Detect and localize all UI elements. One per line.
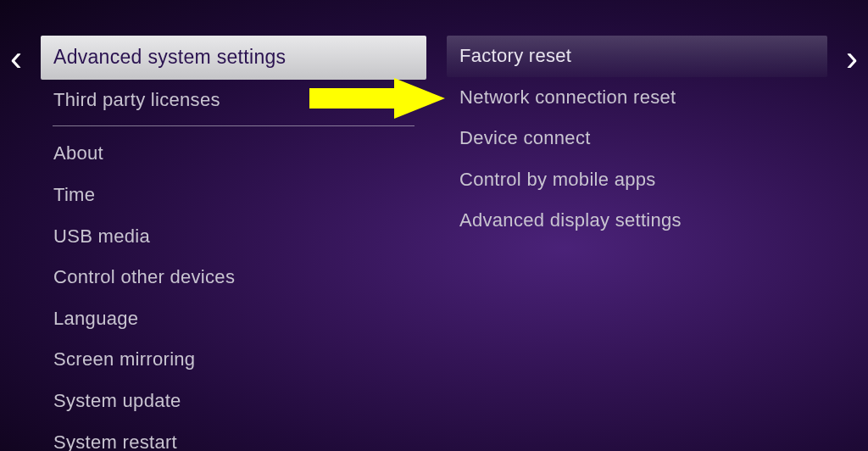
submenu-item-device-connect[interactable]: Device connect xyxy=(447,118,827,159)
menu-item-language[interactable]: Language xyxy=(41,298,426,340)
menu-item-about[interactable]: About xyxy=(41,133,426,175)
menu-item-third-party-licenses[interactable]: Third party licenses xyxy=(41,80,426,121)
menu-item-time[interactable]: Time xyxy=(41,175,426,216)
menu-item-system-restart[interactable]: System restart xyxy=(41,422,426,451)
right-menu: Factory reset Network connection reset D… xyxy=(426,36,827,451)
menu-divider xyxy=(53,125,415,126)
menu-item-screen-mirroring[interactable]: Screen mirroring xyxy=(41,339,426,381)
submenu-item-advanced-display-settings[interactable]: Advanced display settings xyxy=(447,200,827,242)
nav-left-arrow[interactable]: ‹ xyxy=(10,41,22,76)
nav-right-arrow[interactable]: › xyxy=(846,41,858,76)
left-menu: Advanced system settings Third party lic… xyxy=(41,36,426,451)
submenu-item-network-connection-reset[interactable]: Network connection reset xyxy=(447,77,827,119)
settings-columns: Advanced system settings Third party lic… xyxy=(0,0,868,451)
menu-item-advanced-system-settings[interactable]: Advanced system settings xyxy=(41,36,426,80)
menu-item-system-update[interactable]: System update xyxy=(41,381,426,422)
menu-item-usb-media[interactable]: USB media xyxy=(41,216,426,258)
submenu-item-factory-reset[interactable]: Factory reset xyxy=(447,36,827,77)
menu-item-control-other-devices[interactable]: Control other devices xyxy=(41,257,426,298)
submenu-item-control-by-mobile-apps[interactable]: Control by mobile apps xyxy=(447,159,827,201)
